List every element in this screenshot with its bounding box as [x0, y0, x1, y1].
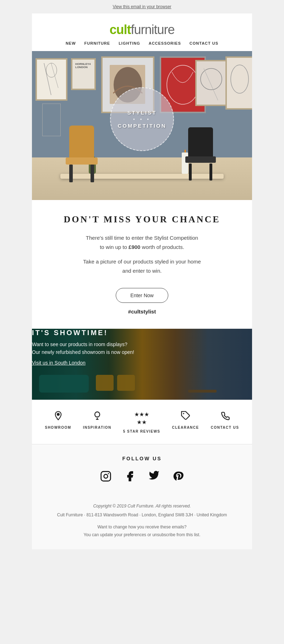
art-frame-1: [36, 58, 67, 101]
clearance-label: CLEARANCE: [172, 426, 199, 429]
chair-right: [185, 127, 217, 181]
email-container: cultfurniture NEW FURNITURE LIGHTING ACC…: [32, 13, 252, 549]
inspiration-icon: [92, 411, 102, 423]
body-text-1c: worth of products.: [140, 244, 184, 250]
update-preferences-link[interactable]: update your preferences: [100, 532, 146, 537]
pref-text-label: Want to change how you receive these ema…: [97, 524, 186, 529]
svg-point-2: [46, 63, 57, 77]
svg-point-9: [231, 65, 248, 93]
hashtag: #cultstylist: [53, 309, 231, 315]
pref-prefix: You can: [83, 532, 100, 537]
icon-item-reviews[interactable]: ★★★★★ 5 STAR REVIEWS: [123, 411, 160, 433]
clearance-icon: [181, 411, 191, 423]
address-text: Cult Furniture · 811-813 Wandsworth Road…: [46, 511, 238, 519]
follow-title: FOLLOW US: [39, 456, 245, 461]
badge-text-competition: COMPETITION: [118, 123, 166, 129]
contact-label: CONTACT US: [211, 426, 239, 429]
nav-item-lighting[interactable]: LIGHTING: [119, 41, 140, 45]
main-headline: DON'T MISS YOUR CHANCE: [53, 214, 231, 225]
svg-point-16: [108, 473, 109, 474]
stylist-competition-badge: STYLIST • • • COMPETITION: [110, 87, 174, 151]
pref-suffix: .: [199, 532, 200, 537]
svg-line-0: [44, 63, 51, 95]
body-text-2: Take a picture of our products styled in…: [53, 257, 231, 275]
contact-icon: [220, 411, 230, 423]
svg-line-8: [204, 68, 218, 100]
view-in-browser-link[interactable]: View this email in your browser: [113, 4, 171, 9]
enter-now-button[interactable]: Enter Now: [116, 288, 168, 303]
chair-left: [64, 126, 99, 182]
art-frame-4: [195, 60, 227, 106]
showroom-icon: [53, 411, 63, 423]
showroom-line1: Want to see our products in room display…: [32, 340, 252, 348]
main-nav: NEW FURNITURE LIGHTING ACCESSORIES CONTA…: [39, 41, 245, 45]
nav-item-accessories[interactable]: ACCESSORIES: [149, 41, 181, 45]
body-text-2b: and enter to win.: [122, 268, 162, 274]
footer: Copyright © 2019 Cult Furniture. All rig…: [32, 495, 252, 549]
body-text-1: There's still time to enter the Stylist …: [53, 233, 231, 251]
copyright-text: Copyright © 2019 Cult Furniture. All rig…: [46, 503, 238, 510]
pinterest-icon[interactable]: [170, 468, 186, 484]
showroom-label: SHOWROOM: [45, 426, 71, 429]
icon-item-showroom[interactable]: SHOWROOM: [45, 411, 71, 429]
nav-item-new[interactable]: NEW: [66, 41, 76, 45]
facebook-icon[interactable]: [122, 468, 138, 484]
showroom-content: IT'S SHOWTIME! Want to see our products …: [32, 329, 252, 366]
svg-point-7: [201, 68, 222, 90]
svg-point-11: [57, 413, 59, 416]
instagram-icon[interactable]: [98, 468, 114, 484]
svg-rect-14: [101, 471, 111, 481]
art-frame-5: [225, 56, 252, 110]
showroom-banner[interactable]: IT'S SHOWTIME! Want to see our products …: [32, 329, 252, 400]
twitter-icon[interactable]: [146, 468, 162, 484]
follow-section: FOLLOW US: [32, 444, 252, 495]
nav-item-contact[interactable]: CONTACT US: [190, 41, 218, 45]
header: cultfurniture NEW FURNITURE LIGHTING ACC…: [32, 13, 252, 51]
body-text-1a: There's still time to enter the Stylist …: [86, 235, 198, 241]
icon-item-inspiration[interactable]: INSPIRATION: [83, 411, 111, 429]
prize-amount: £900: [129, 244, 140, 250]
hero-image: HORNLEY4 LONDON: [32, 51, 252, 200]
body-text-2a: Take a picture of our products styled in…: [83, 259, 201, 265]
logo: cultfurniture: [39, 23, 245, 36]
reviews-label: 5 STAR REVIEWS: [123, 429, 160, 433]
pref-text: Want to change how you receive these ema…: [46, 523, 238, 539]
showroom-line2: Our newly refurbished showroom is now op…: [32, 348, 252, 356]
showroom-title: IT'S SHOWTIME!: [32, 329, 252, 337]
badge-text-stylist: STYLIST: [127, 110, 157, 116]
icon-bar: SHOWROOM INSPIRATION ★★★★★ 5 STAR REVIEW…: [32, 400, 252, 444]
badge-dots: • • •: [133, 117, 151, 122]
nav-item-furniture[interactable]: FURNITURE: [84, 41, 110, 45]
social-icons: [39, 468, 245, 484]
svg-line-1: [51, 63, 58, 88]
or-text: or: [146, 532, 152, 537]
logo-furniture: furniture: [131, 22, 174, 37]
inspiration-label: INSPIRATION: [83, 426, 111, 429]
icon-item-contact[interactable]: CONTACT US: [211, 411, 239, 429]
unsubscribe-link[interactable]: unsubscribe from this list: [152, 532, 199, 537]
main-content: DON'T MISS YOUR CHANCE There's still tim…: [32, 200, 252, 329]
svg-point-15: [104, 474, 108, 478]
body-text-1b: to win up to: [100, 244, 129, 250]
icon-item-clearance[interactable]: CLEARANCE: [172, 411, 199, 429]
top-bar: View this email in your browser: [0, 0, 284, 13]
logo-cult: cult: [109, 22, 131, 37]
reviews-icon: ★★★★★: [134, 411, 149, 427]
art-frame-2: HORNLEY4 LONDON: [71, 58, 96, 90]
email-wrapper: View this email in your browser cultfurn…: [0, 0, 284, 549]
showroom-line3: Visit us in South London: [32, 360, 252, 366]
